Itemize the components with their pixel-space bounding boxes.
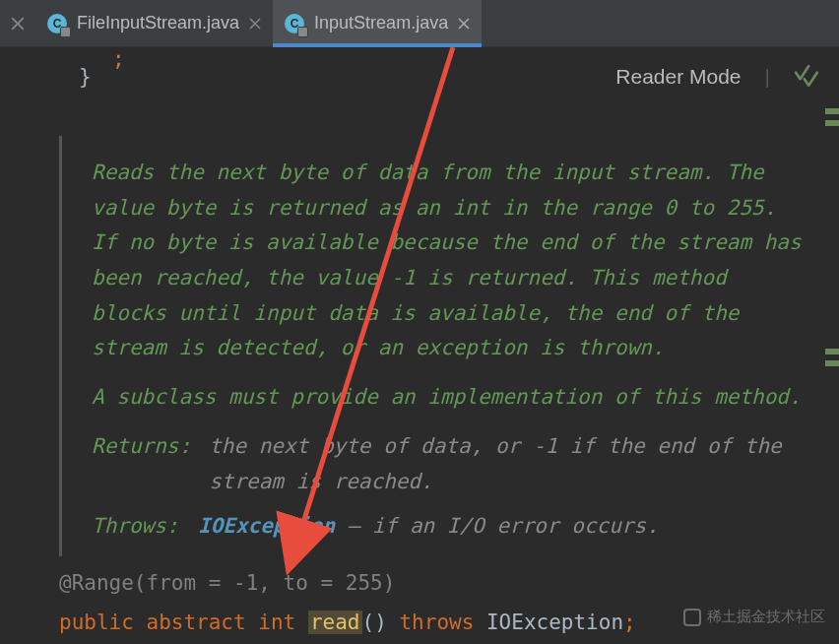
inferred-annotation: @Range(from = -1, to = 255) bbox=[59, 566, 821, 602]
javadoc-throws: Throws: IOException – if an I/O error oc… bbox=[92, 509, 811, 545]
javadoc-tag-value: the next byte of data, or -1 if the end … bbox=[209, 429, 811, 499]
watermark-logo-icon bbox=[683, 609, 701, 626]
code-brace: } bbox=[79, 65, 92, 89]
javadoc-tag-label: Returns: bbox=[92, 429, 191, 499]
javadoc-block: Reads the next byte of data from the inp… bbox=[59, 136, 821, 556]
close-icon[interactable] bbox=[249, 18, 261, 30]
lock-icon bbox=[60, 27, 71, 37]
close-icon[interactable] bbox=[458, 18, 470, 30]
code-editor[interactable]: Reads the next byte of data from the inp… bbox=[0, 136, 839, 640]
reader-mode-label[interactable]: Reader Mode bbox=[615, 65, 741, 89]
method-name: read bbox=[308, 611, 362, 634]
close-icon bbox=[11, 17, 25, 31]
inspections-check-icon[interactable] bbox=[794, 64, 819, 90]
tab-label: FileInputStream.java bbox=[77, 13, 239, 33]
java-class-icon: C bbox=[47, 14, 67, 33]
watermark-text: 稀土掘金技术社区 bbox=[707, 608, 825, 626]
tab-label: InputStream.java bbox=[314, 13, 448, 33]
javadoc-body: Reads the next byte of data from the inp… bbox=[92, 156, 811, 366]
code-punct: ; bbox=[112, 47, 125, 71]
javadoc-returns: Returns: the next byte of data, or -1 if… bbox=[92, 429, 811, 499]
tab-inputstream[interactable]: C InputStream.java bbox=[273, 0, 482, 46]
tab-bar: C FileInputStream.java C InputStream.jav… bbox=[0, 0, 839, 47]
javadoc-tag-value: IOException – if an I/O error occurs. bbox=[198, 509, 811, 545]
java-class-icon: C bbox=[285, 14, 304, 33]
lock-icon bbox=[297, 27, 308, 37]
tab-fileinputstream[interactable]: C FileInputStream.java bbox=[35, 0, 273, 46]
watermark: 稀土掘金技术社区 bbox=[683, 608, 825, 626]
javadoc-body: A subclass must provide an implementatio… bbox=[92, 380, 811, 416]
javadoc-tag-label: Throws: bbox=[92, 509, 180, 545]
exception-link[interactable]: IOException bbox=[198, 514, 335, 538]
tab-overflow-close[interactable] bbox=[0, 0, 35, 46]
editor-toolbar: } Reader Mode | bbox=[0, 47, 839, 106]
